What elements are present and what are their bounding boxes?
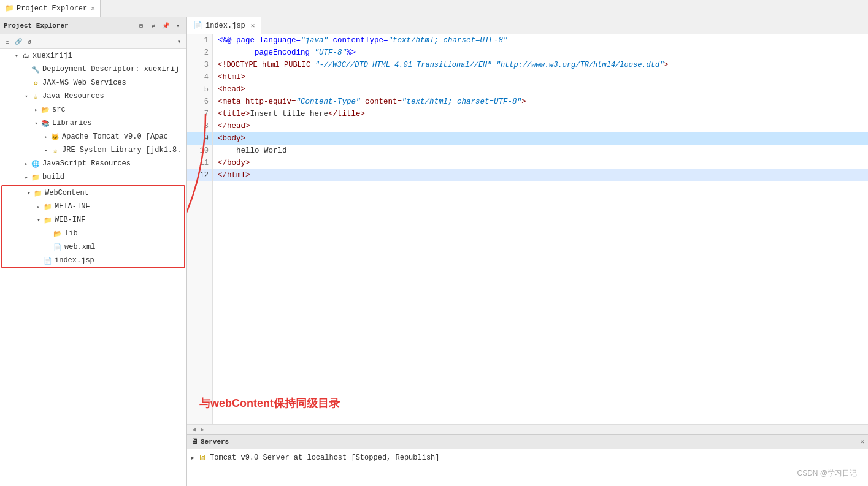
view-menu-btn[interactable]: ▾ xyxy=(174,37,184,47)
tree-item-js-resources[interactable]: 🌐 JavaScript Resources xyxy=(0,157,186,170)
build-icon: 📁 xyxy=(31,172,40,182)
server-row[interactable]: ▶ 🖥 Tomcat v9.0 Server at localhost [Sto… xyxy=(187,449,868,466)
descriptor-icon: 🔧 xyxy=(31,64,40,74)
code-line-8: </head> xyxy=(213,120,868,132)
tree-item-tomcat[interactable]: 🐱 Apache Tomcat v9.0 [Apac xyxy=(0,130,186,143)
collapse-btn[interactable]: ⊟ xyxy=(136,21,146,31)
jsp-icon: 📄 xyxy=(43,256,53,265)
tree-item-index-jsp[interactable]: 📄 index.jsp xyxy=(2,254,184,267)
lib-icon: 📂 xyxy=(53,229,63,238)
code-line-2: pageEncoding="UTF-8"%> xyxy=(213,47,868,59)
code-line-4: <html> xyxy=(213,71,868,83)
libraries-icon: 📚 xyxy=(40,118,50,128)
tree-item-web-inf[interactable]: 📁 WEB-INF xyxy=(2,213,184,227)
servers-panel-title: Servers xyxy=(201,438,229,446)
server-expand-arrow[interactable]: ▶ xyxy=(191,454,194,461)
folder-icon: 📁 xyxy=(5,4,14,13)
code-line-10: hello World xyxy=(213,145,868,157)
code-line-11: </body> xyxy=(213,157,868,169)
project-explorer-tab[interactable]: 📁 Project Explorer ✕ xyxy=(0,0,101,17)
tree-item-jaxws[interactable]: ⚙ JAX-WS Web Services xyxy=(0,76,186,89)
js-icon: 🌐 xyxy=(31,159,40,169)
meta-inf-icon: 📁 xyxy=(43,202,53,211)
code-line-9: <body> xyxy=(213,132,868,145)
jre-icon: ☕ xyxy=(50,145,60,155)
code-line-5: <head> xyxy=(213,83,868,96)
tree-item-src[interactable]: 📂 src xyxy=(0,103,186,116)
scroll-right[interactable]: ▶ xyxy=(198,426,207,433)
pin-btn[interactable]: 📌 xyxy=(161,21,171,31)
tree-item-java-resources[interactable]: ☕ Java Resources xyxy=(0,89,186,103)
tree-item-libraries[interactable]: 📚 Libraries xyxy=(0,116,186,130)
tomcat-icon: 🐱 xyxy=(50,132,60,142)
tree-item-meta-inf[interactable]: 📁 META-INF xyxy=(2,200,184,213)
server-label: Tomcat v9.0 Server at localhost [Stopped… xyxy=(210,454,439,462)
editor-tab-index-jsp[interactable]: 📄 index.jsp ✕ xyxy=(187,17,261,34)
servers-icon: 🖥 xyxy=(191,437,198,446)
src-icon: 📂 xyxy=(40,105,50,115)
link-editor-btn[interactable]: 🔗 xyxy=(13,37,23,47)
project-explorer-title: Project Explorer xyxy=(4,22,134,29)
code-line-1: <%@ page language="java" contentType="te… xyxy=(213,34,868,47)
jsp-file-icon: 📄 xyxy=(193,21,202,30)
webcontent-icon: 📁 xyxy=(33,188,43,198)
sync-tree-btn[interactable]: ↺ xyxy=(25,37,34,47)
code-line-7: <title>Insert title here</title> xyxy=(213,108,868,120)
editor-tab-close[interactable]: ✕ xyxy=(251,21,255,29)
tree-item-web-xml[interactable]: 📄 web.xml xyxy=(2,240,184,254)
tree-item-jre[interactable]: ☕ JRE System Library [jdk1.8. xyxy=(0,143,186,157)
tree-item-lib[interactable]: 📂 lib xyxy=(2,227,184,240)
scroll-left[interactable]: ◀ xyxy=(190,426,198,433)
code-line-3: <!DOCTYPE html PUBLIC "-//W3C//DTD HTML … xyxy=(213,59,868,71)
tree-item-webcontent[interactable]: 📁 WebContent xyxy=(2,186,184,200)
service-icon: ⚙ xyxy=(31,78,40,88)
web-inf-icon: 📁 xyxy=(43,215,53,225)
sync-btn[interactable]: ⇄ xyxy=(148,21,158,31)
java-resources-icon: ☕ xyxy=(31,91,40,101)
server-icon: 🖥 xyxy=(198,454,206,463)
code-editor[interactable]: <%@ page language="java" contentType="te… xyxy=(213,34,868,424)
horizontal-scrollbar[interactable]: ◀ ▶ xyxy=(187,424,868,434)
tree-item-deployment[interactable]: 🔧 Deployment Descriptor: xuexirij xyxy=(0,63,186,76)
xml-icon: 📄 xyxy=(53,242,63,252)
project-explorer-tab-label: Project Explorer xyxy=(17,4,87,13)
menu-btn[interactable]: ▾ xyxy=(173,21,183,31)
servers-panel-close[interactable]: ✕ xyxy=(860,438,864,446)
tree-item-build[interactable]: 📁 build xyxy=(0,170,186,184)
collapse-all-btn[interactable]: ⊟ xyxy=(2,37,12,47)
tab-close-icon[interactable]: ✕ xyxy=(91,4,95,12)
project-icon: 🗂 xyxy=(21,51,31,61)
code-line-12: </html> xyxy=(213,169,868,181)
editor-tab-label: index.jsp xyxy=(205,21,245,30)
line-numbers: 1 2 3 4 5 6 7 8 9 10 11 12 xyxy=(187,34,213,424)
tree-item-xuexiriji[interactable]: 🗂 xuexiriji xyxy=(0,49,186,63)
code-line-6: <meta http-equiv="Content-Type" content=… xyxy=(213,96,868,108)
